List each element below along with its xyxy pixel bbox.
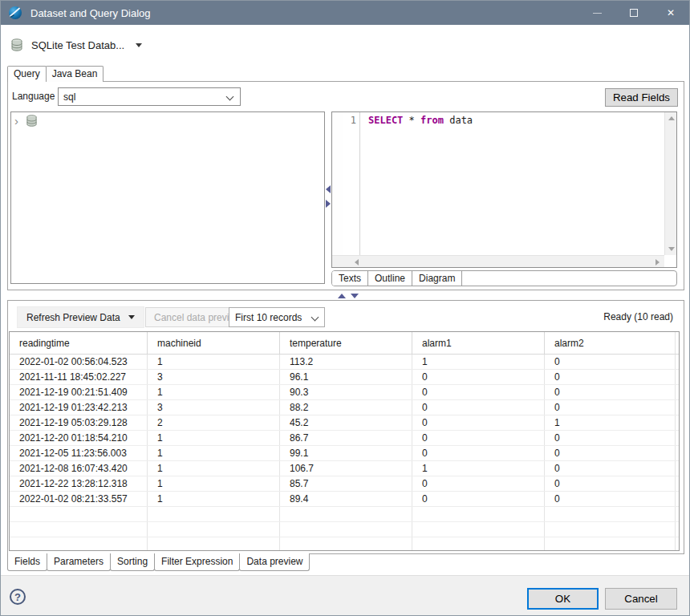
- table-row[interactable]: 2021-12-19 05:03:29.128245.201: [10, 415, 679, 431]
- table-cell: [545, 522, 676, 537]
- cancel-button[interactable]: Cancel: [605, 588, 677, 610]
- ok-button[interactable]: OK: [527, 588, 599, 610]
- close-icon: ✕: [667, 7, 675, 18]
- table-cell: 2021-12-08 16:07:43.420: [10, 461, 148, 476]
- table-row[interactable]: 2022-01-02 08:21:33.557189.400: [10, 492, 679, 507]
- column-header-machineid[interactable]: machineid: [148, 332, 280, 354]
- scroll-left-icon[interactable]: [355, 259, 359, 265]
- table-cell: [280, 522, 412, 537]
- vertical-scrollbar[interactable]: [664, 112, 676, 255]
- table-cell: [412, 507, 545, 521]
- table-row[interactable]: 2021-12-19 00:21:51.409190.300: [10, 385, 679, 400]
- editor-tab-diagram[interactable]: Diagram: [412, 271, 462, 286]
- column-header-readingtime[interactable]: readingtime: [10, 332, 148, 354]
- tree-expander-icon[interactable]: ›: [14, 116, 26, 127]
- collapse-up-icon[interactable]: [338, 294, 346, 298]
- table-header-row: readingtimemachineidtemperaturealarm1ala…: [10, 332, 679, 355]
- table-cell: 99.1: [280, 446, 412, 460]
- scroll-down-icon[interactable]: [668, 247, 675, 251]
- column-header-temperature[interactable]: temperature: [280, 332, 412, 354]
- table-cell: 1: [148, 446, 280, 460]
- table-cell: 85.7: [280, 476, 412, 491]
- language-select[interactable]: sql: [58, 87, 241, 106]
- preview-status: Ready (10 read): [603, 311, 673, 322]
- language-row: Language sql Read Fields: [8, 82, 684, 111]
- table-cell: [10, 522, 148, 537]
- database-tree-panel[interactable]: ›: [10, 111, 325, 284]
- table-cell: 113.2: [280, 355, 412, 369]
- table-row[interactable]: 2022-01-02 00:56:04.5231113.210: [10, 355, 679, 370]
- table-cell: [545, 537, 676, 551]
- scroll-up-icon[interactable]: [668, 116, 675, 120]
- table-cell: 1: [148, 385, 280, 399]
- collapse-down-icon[interactable]: [351, 294, 359, 298]
- query-section: Language sql Read Fields ›: [7, 81, 684, 290]
- table-cell: 2021-12-19 01:23:42.213: [10, 400, 148, 415]
- column-header-alarm2[interactable]: alarm2: [545, 332, 676, 354]
- table-cell: 2: [148, 415, 280, 430]
- tab-java-bean[interactable]: Java Bean: [46, 66, 104, 82]
- minimize-button[interactable]: [578, 1, 615, 25]
- sql-editor[interactable]: 1 SELECT * from data: [331, 111, 677, 268]
- table-row[interactable]: 2021-12-22 13:28:12.318185.700: [10, 476, 679, 492]
- table-cell: 0: [412, 400, 545, 415]
- sql-editor-text[interactable]: 1 SELECT * from data: [332, 112, 664, 255]
- table-cell: [148, 537, 280, 551]
- editor-tab-outline[interactable]: Outline: [368, 271, 412, 286]
- editor-tab-texts[interactable]: Texts: [332, 271, 368, 286]
- column-header-alarm1[interactable]: alarm1: [412, 332, 545, 354]
- table-row[interactable]: 2021-12-19 01:23:42.213388.200: [10, 400, 679, 415]
- table-cell: [280, 537, 412, 551]
- language-label: Language: [12, 91, 55, 102]
- tab-fields[interactable]: Fields: [7, 553, 47, 571]
- title-bar[interactable]: Dataset and Query Dialog ✕: [1, 1, 689, 25]
- table-cell: 0: [545, 431, 676, 445]
- maximize-button[interactable]: [615, 1, 652, 25]
- tab-filter-expression[interactable]: Filter Expression: [154, 553, 240, 571]
- table-cell: 86.7: [280, 431, 412, 445]
- table-cell: 106.7: [280, 461, 412, 476]
- help-button[interactable]: ?: [10, 589, 26, 605]
- tree-root-item[interactable]: ›: [11, 112, 324, 127]
- tab-data-preview[interactable]: Data preview: [239, 553, 310, 571]
- horizontal-scrollbar[interactable]: [332, 255, 664, 267]
- data-adapter-selector[interactable]: SQLite Test Datab...: [10, 34, 142, 55]
- horizontal-splitter[interactable]: [7, 291, 684, 300]
- table-row[interactable]: 2021-12-05 11:23:56.003199.100: [10, 446, 679, 461]
- query-javabean-tabs: QueryJava Bean: [7, 66, 103, 82]
- table-cell: 2021-12-22 13:28:12.318: [10, 476, 148, 491]
- tab-parameters[interactable]: Parameters: [47, 553, 111, 571]
- sql-code-line[interactable]: SELECT * from data: [360, 112, 664, 255]
- minimize-icon: [593, 13, 602, 14]
- table-cell: 0: [412, 415, 545, 430]
- table-cell: 1: [412, 461, 545, 476]
- table-cell: 0: [545, 446, 676, 460]
- table-row[interactable]: 2021-12-20 01:18:54.210186.700: [10, 431, 679, 446]
- collapse-right-icon[interactable]: [326, 200, 331, 208]
- scroll-right-icon[interactable]: [656, 259, 660, 265]
- refresh-preview-data-button[interactable]: Refresh Preview Data: [17, 306, 144, 328]
- data-adapter-name: SQLite Test Datab...: [31, 39, 124, 51]
- records-count-select[interactable]: First 10 records: [229, 307, 325, 327]
- table-cell: 1: [148, 492, 280, 506]
- table-cell: 0: [412, 492, 545, 506]
- vertical-splitter[interactable]: [325, 111, 331, 284]
- collapse-left-icon[interactable]: [326, 185, 331, 193]
- tab-query[interactable]: Query: [7, 66, 47, 82]
- table-row[interactable]: 2021-11-11 18:45:02.227396.100: [10, 370, 679, 385]
- read-fields-button[interactable]: Read Fields: [605, 88, 678, 107]
- window-title: Dataset and Query Dialog: [30, 7, 151, 19]
- caption-buttons: ✕: [578, 1, 689, 25]
- table-row[interactable]: 2021-12-08 16:07:43.4201106.710: [10, 461, 679, 476]
- table-cell: 2021-12-20 01:18:54.210: [10, 431, 148, 445]
- database-icon: [26, 115, 38, 127]
- sql-text: *: [403, 115, 420, 126]
- app-icon: [8, 6, 22, 20]
- table-cell: 2021-12-19 05:03:29.128: [10, 415, 148, 430]
- tab-sorting[interactable]: Sorting: [110, 553, 155, 571]
- table-cell: 2021-11-11 18:45:02.227: [10, 370, 148, 384]
- table-cell: 90.3: [280, 385, 412, 399]
- close-button[interactable]: ✕: [652, 1, 689, 25]
- dataset-query-dialog: Dataset and Query Dialog ✕ SQLite Test D…: [0, 0, 690, 616]
- editor-view-tabs: TextsOutlineDiagram: [331, 270, 677, 286]
